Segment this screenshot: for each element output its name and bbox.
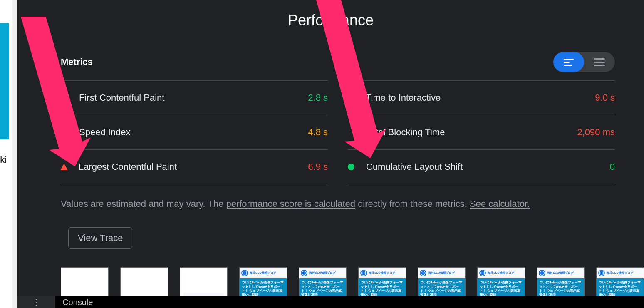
metrics-heading: Metrics [61, 57, 93, 67]
note-prefix: Values are estimated and may vary. The [61, 199, 226, 209]
toggle-summary-view[interactable] [553, 52, 584, 72]
console-more-icon[interactable] [17, 296, 55, 308]
metric-name: Time to Interactive [366, 92, 595, 103]
status-none-icon [348, 129, 354, 136]
globe-icon [479, 270, 486, 276]
note-middle: directly from these metrics. [355, 199, 470, 209]
metric-value: 2,090 ms [577, 127, 615, 138]
lines-icon [594, 58, 605, 66]
metric-cumulative-layout-shift[interactable]: Cumulative Layout Shift 0 [348, 149, 615, 184]
metric-largest-contentful-paint[interactable]: Largest Contentful Paint 6.9 s [61, 149, 328, 184]
status-bad-icon [347, 94, 355, 101]
frame-header-text: 海外SEO情報ブログ [309, 271, 336, 275]
metrics-grid: First Contentful Paint 2.8 s Time to Int… [61, 80, 615, 184]
metrics-footnote: Values are estimated and may vary. The p… [61, 197, 615, 211]
frame-header-text: 海外SEO情報ブログ [250, 271, 276, 275]
metric-name: Speed Index [79, 127, 308, 138]
status-good-icon [61, 94, 67, 101]
frame-header-text: 海外SEO情報ブログ [369, 271, 395, 275]
devtools-console-bar: Console [17, 296, 644, 308]
frame-header-text: 海外SEO情報ブログ [428, 271, 455, 275]
frame-header-text: 海外SEO情報ブログ [607, 271, 633, 275]
metric-value: 6.9 s [308, 161, 328, 172]
metric-speed-index[interactable]: Speed Index 4.8 s [61, 115, 328, 149]
status-bad-icon [60, 164, 68, 170]
globe-icon [241, 270, 248, 276]
globe-icon [360, 270, 367, 276]
metric-value: 4.8 s [308, 127, 328, 138]
metric-total-blocking-time[interactable]: Total Blocking Time 2,090 ms [348, 115, 615, 149]
console-tab[interactable]: Console [55, 296, 100, 308]
lighthouse-performance-panel: Performance Metrics First [17, 0, 644, 308]
status-good-icon [348, 164, 354, 170]
status-none-icon [61, 129, 67, 136]
frame-header-text: 海外SEO情報ブログ [547, 271, 574, 275]
see-calculator-link[interactable]: See calculator. [470, 199, 530, 209]
frame-header-text: 海外SEO情報ブログ [488, 271, 514, 275]
metric-first-contentful-paint[interactable]: First Contentful Paint 2.8 s [61, 80, 328, 115]
metric-name: Cumulative Layout Shift [366, 161, 610, 172]
page-left-margin: ki [0, 0, 12, 308]
metric-time-to-interactive[interactable]: Time to Interactive 9.0 s [348, 80, 615, 115]
metric-name: Largest Contentful Paint [79, 161, 308, 172]
globe-icon [301, 270, 307, 276]
globe-icon [598, 270, 605, 276]
metric-value: 2.8 s [308, 92, 328, 103]
bars-icon [564, 59, 574, 66]
score-calculated-link[interactable]: performance score is calculated [226, 199, 355, 209]
toggle-detailed-view[interactable] [584, 52, 615, 72]
left-cutoff-text: ki [0, 154, 6, 166]
left-accent-block [0, 23, 9, 139]
metric-name: Total Blocking Time [366, 127, 577, 138]
metric-name: First Contentful Paint [79, 92, 308, 103]
globe-icon [539, 270, 545, 276]
metric-value: 0 [610, 161, 615, 172]
metric-value: 9.0 s [595, 92, 615, 103]
view-trace-button[interactable]: View Trace [68, 227, 132, 249]
metrics-view-toggle [553, 52, 615, 72]
globe-icon [420, 270, 426, 276]
page-title: Performance [17, 0, 644, 29]
